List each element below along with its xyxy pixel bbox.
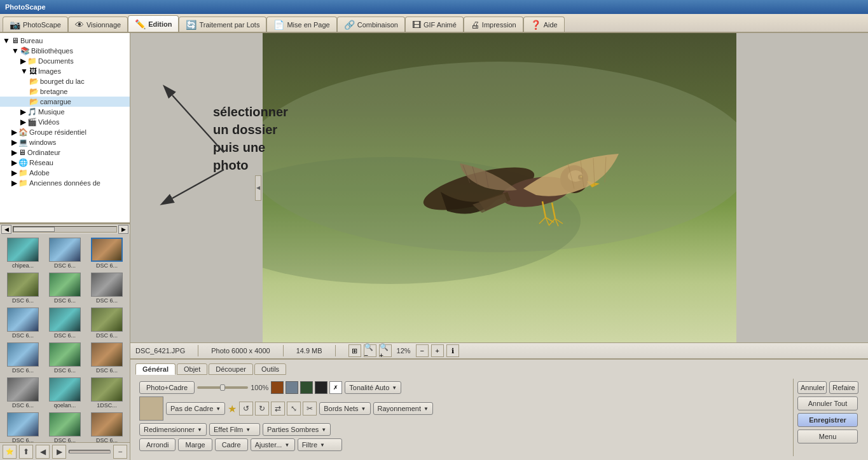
tab-objet[interactable]: Objet: [177, 363, 207, 375]
list-item[interactable]: DSC 6...: [45, 306, 85, 340]
toolbar-row-3: Redimensionner Effet Film Parties Sombre…: [139, 423, 789, 436]
list-item[interactable]: DSC 6...: [3, 376, 43, 410]
cadre-btn[interactable]: Cadre: [215, 438, 248, 451]
refaire-btn[interactable]: Refaire: [829, 381, 858, 394]
tree-item-ordinateur[interactable]: ▶ 🖥 Ordinateur: [0, 147, 130, 158]
ajuster-dropdown[interactable]: Ajuster...: [251, 438, 295, 451]
menu-btn[interactable]: Menu: [797, 430, 858, 443]
enregistrer-btn[interactable]: Enregistrer: [797, 413, 858, 427]
tree-item-anciennes[interactable]: ▶ 📁 Anciennes données de: [0, 178, 130, 188]
list-item[interactable]: DSC 6...: [3, 341, 43, 375]
undo-redo-row: Annuler Refaire: [797, 381, 858, 394]
tab-mise-en-page[interactable]: 📄 Mise en Page: [266, 17, 336, 32]
tree-item-documents[interactable]: ▶ 📁 Documents: [0, 56, 130, 66]
zoom-in-btn[interactable]: 🔍+: [379, 344, 392, 357]
redimensionner-dropdown[interactable]: Redimensionner: [139, 423, 207, 436]
tab-visionnage[interactable]: 👁 Visionnage: [68, 17, 128, 32]
list-item[interactable]: DSC 6...: [45, 236, 85, 270]
list-item[interactable]: DSC 6...: [86, 271, 127, 305]
list-item[interactable]: DSC 6...: [45, 411, 85, 442]
collapse-icon: ◀: [256, 185, 260, 191]
annuler-btn[interactable]: Annuler: [797, 381, 827, 394]
tab-gif[interactable]: 🎞 GIF Animé: [405, 17, 464, 32]
zoom-in2-btn[interactable]: +: [431, 344, 444, 357]
zoom-slider[interactable]: [197, 386, 248, 389]
color-darkgreen-btn[interactable]: [300, 381, 313, 394]
tab-traitement[interactable]: 🔄 Traitement par Lots: [179, 17, 266, 32]
panel-collapse-handle[interactable]: ◀: [255, 175, 261, 201]
scroll-right-btn[interactable]: ▶: [118, 225, 128, 234]
resize-btn[interactable]: ⤡: [287, 402, 301, 416]
list-item[interactable]: 1DSC...: [86, 376, 127, 410]
list-item[interactable]: DSC 6...: [45, 341, 85, 375]
list-item[interactable]: DSC 6...: [3, 411, 43, 442]
tonalite-dropdown[interactable]: Tonalité Auto: [345, 381, 401, 394]
tree-item-icon: 🎵: [27, 107, 37, 116]
tree-item-bibliotheques[interactable]: ▼ 📚 Bibliothèques: [0, 46, 130, 56]
tab-edition[interactable]: ✏️ Edition: [128, 15, 179, 32]
slider-thumb[interactable]: [220, 384, 225, 391]
nav-up-btn[interactable]: ⬆: [19, 445, 33, 459]
color-black-btn[interactable]: [315, 381, 327, 394]
list-item[interactable]: DSC 6...: [45, 271, 85, 305]
info-btn[interactable]: ℹ: [446, 344, 459, 357]
list-item[interactable]: qoelan...: [45, 376, 85, 410]
tree-item-camargue[interactable]: 📂 camargue: [0, 97, 130, 107]
rotate-left-btn[interactable]: ↺: [239, 402, 253, 416]
fit-window-btn[interactable]: ⊞: [348, 344, 361, 357]
tab-general[interactable]: Général: [135, 363, 176, 375]
tab-photoscope[interactable]: 📷 PhotoScape: [3, 17, 68, 32]
parties-sombres-dropdown[interactable]: Parties Sombres: [263, 423, 331, 436]
list-item[interactable]: DSC 6...: [86, 236, 127, 270]
nav-back-btn[interactable]: ◀: [36, 445, 50, 459]
list-item[interactable]: DSC 6...: [86, 411, 127, 442]
crop-btn[interactable]: ✂: [303, 402, 317, 416]
tab-aide[interactable]: ❓ Aide: [523, 17, 565, 32]
list-item[interactable]: DSC 6...: [86, 306, 127, 340]
tree-item-images[interactable]: ▼ 🖼 Images: [0, 66, 130, 76]
star-icon[interactable]: ★: [228, 403, 237, 415]
flip-h-btn[interactable]: ⇄: [271, 402, 285, 416]
scroll-track[interactable]: [13, 226, 117, 233]
color-gray-btn[interactable]: [286, 381, 298, 394]
tree-item-bourget[interactable]: 📂 bourget du lac: [0, 76, 130, 86]
arrondi-btn[interactable]: Arrondi: [139, 438, 176, 451]
color-white-btn[interactable]: ✗: [329, 381, 342, 394]
tree-item-windows[interactable]: ▶ 💻 windows: [0, 137, 130, 147]
file-tree[interactable]: ▼ 🖥 Bureau ▼ 📚 Bibliothèques ▶ 📁 Documen…: [0, 33, 130, 224]
tree-item-groupe[interactable]: ▶ 🏠 Groupe résidentiel: [0, 127, 130, 137]
tree-item-musique[interactable]: ▶ 🎵 Musique: [0, 107, 130, 117]
zoom-out-btn[interactable]: 🔍−: [364, 344, 376, 357]
tab-outils[interactable]: Outils: [254, 363, 286, 375]
color-brown-btn[interactable]: [271, 381, 284, 394]
rayonnement-dropdown[interactable]: Rayonnement: [373, 402, 433, 415]
pas-de-cadre-dropdown[interactable]: Pas de Cadre: [166, 402, 225, 415]
zoom-out2-btn[interactable]: −: [416, 344, 429, 357]
photo-cadre-btn[interactable]: Photo+Cadre: [139, 381, 195, 394]
bords-nets-dropdown[interactable]: Bords Nets: [319, 402, 370, 415]
rotate-right-btn[interactable]: ↻: [255, 402, 269, 416]
tree-item-videos[interactable]: ▶ 🎬 Vidéos: [0, 117, 130, 127]
list-item[interactable]: chipea...: [3, 236, 43, 270]
tree-item-bretagne[interactable]: 📂 bretagne: [0, 86, 130, 97]
nav-prev-folder-btn[interactable]: ⭐: [3, 445, 17, 459]
tab-decouper[interactable]: Découper: [209, 363, 253, 375]
list-item[interactable]: DSC 6...: [3, 271, 43, 305]
annuler-tout-btn[interactable]: Annuler Tout: [797, 396, 858, 410]
tab-combinaison[interactable]: 🔗 Combinaison: [337, 17, 405, 32]
scroll-left-btn[interactable]: ◀: [1, 225, 11, 234]
minus-btn[interactable]: −: [113, 445, 127, 459]
tree-item-reseau[interactable]: ▶ 🌐 Réseau: [0, 158, 130, 168]
nav-forward-btn[interactable]: ▶: [52, 445, 66, 459]
nav-slider[interactable]: [69, 450, 111, 454]
list-item[interactable]: DSC 6...: [3, 306, 43, 340]
effet-film-dropdown[interactable]: Effet Film: [209, 423, 260, 436]
tab-impression[interactable]: 🖨 Impression: [464, 17, 523, 32]
marge-btn[interactable]: Marge: [178, 438, 212, 451]
frame-preview: [139, 396, 163, 421]
tree-item-adobe[interactable]: ▶ 📁 Adobe: [0, 168, 130, 178]
list-item[interactable]: DSC 6...: [86, 341, 127, 375]
filtre-dropdown[interactable]: Filtre: [298, 438, 342, 451]
thumbnail-area[interactable]: chipea... DSC 6... DSC 6... DSC 6...: [0, 234, 130, 442]
tree-item-bureau[interactable]: ▼ 🖥 Bureau: [0, 36, 130, 46]
